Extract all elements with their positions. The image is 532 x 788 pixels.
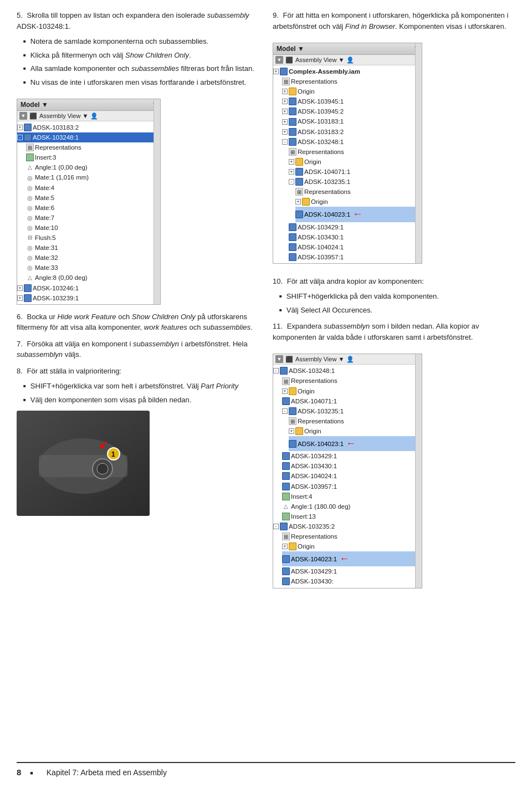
tree-item[interactable]: ADSK-103429:1 <box>282 451 422 461</box>
expand-icon[interactable]: + <box>282 119 288 125</box>
tree-item[interactable]: ◎ Mate:4 <box>26 183 160 193</box>
tree-item[interactable]: Insert:13 <box>282 511 422 521</box>
tree-item[interactable]: + ADSK-103183:1 <box>282 116 422 126</box>
tree-item[interactable]: Insert:4 <box>282 492 422 502</box>
tree-item[interactable]: ADSK-103957:1 <box>289 252 422 262</box>
folder-icon <box>289 88 296 95</box>
expand-icon[interactable]: + <box>289 169 294 175</box>
expand-icon[interactable]: + <box>282 388 288 394</box>
tree-item[interactable]: ◎ Mate:5 <box>26 193 160 203</box>
tree-item[interactable]: ADSK-103430:1 <box>289 232 422 242</box>
expand-icon[interactable]: - <box>273 368 279 373</box>
filter-icon[interactable]: ▼ <box>275 56 283 64</box>
expand-icon[interactable]: + <box>282 544 288 549</box>
tree-item[interactable]: ◎ Mate:33 <box>26 263 160 273</box>
tree-item[interactable]: ◎ Mate:1 (1,016 mm) <box>26 172 160 182</box>
step-8-num: 8. <box>17 367 23 375</box>
scrollbar[interactable] <box>154 99 160 304</box>
tree-item[interactable]: + Complex-Assembly.iam <box>273 66 422 76</box>
part-icon <box>24 134 32 141</box>
model-tree-bottom: - ADSK-103248:1 ⊞ Representations + Orig… <box>273 365 422 587</box>
tree-item[interactable]: ⊞ Representations <box>26 142 160 152</box>
expand-icon[interactable]: + <box>289 159 294 165</box>
expand-icon[interactable]: + <box>282 99 288 104</box>
tree-item[interactable]: ADSK-103429:1 <box>282 566 422 576</box>
tree-item[interactable]: + Origin <box>289 426 422 436</box>
model-panel-left-wrapper: Model ▼ ? ▼ ⬛ Assembly View ▼ 👤 + <box>17 93 161 311</box>
expand-icon[interactable]: + <box>273 69 279 74</box>
expand-icon[interactable]: + <box>289 428 294 434</box>
part-icon <box>289 118 296 126</box>
tree-item[interactable]: + Origin <box>289 157 422 167</box>
tree-item[interactable]: ADSK-104071:1 <box>282 396 422 406</box>
tree-item[interactable]: ◎ Mate:10 <box>26 223 160 233</box>
tree-item-selected[interactable]: - ADSK-103248:1 <box>17 132 160 142</box>
bullet-item: Välj Select All Occurences. <box>279 305 515 316</box>
tree-item[interactable]: ADSK-103430:1 <box>282 461 422 471</box>
tree-item-highlighted[interactable]: ADSK-104023:1 ← <box>289 436 422 451</box>
tree-item[interactable]: + Origin <box>282 86 422 96</box>
tree-item[interactable]: + Origin <box>282 541 422 551</box>
tree-item[interactable]: ◎ Mate:31 <box>26 243 160 253</box>
tree-item[interactable]: + Origin <box>282 386 422 396</box>
tree-item[interactable]: - ADSK-103235:1 <box>289 177 422 187</box>
expand-icon[interactable]: + <box>282 109 288 114</box>
expand-icon[interactable]: - <box>273 524 279 529</box>
step-6-block: 6. Bocka ur Hide work Feature och Show C… <box>17 311 259 333</box>
bullet-item: Alla samlade komponenter och subassembli… <box>23 63 259 74</box>
tree-item[interactable]: + ADSK-103246:1 <box>17 283 160 293</box>
tree-item[interactable]: ⊞ Representations <box>282 376 422 386</box>
tree-item[interactable]: ⊞ Representations <box>282 76 422 86</box>
tree-item[interactable]: + Origin <box>295 197 422 207</box>
tree-item[interactable]: ADSK-104024:1 <box>289 242 422 252</box>
tree-item[interactable]: ⊟ Flush:5 <box>26 233 160 243</box>
expand-icon[interactable]: + <box>17 295 23 301</box>
expand-icon[interactable]: + <box>295 199 301 204</box>
tree-item[interactable]: - ADSK-103248:1 <box>273 366 422 376</box>
tree-item[interactable]: - ADSK-103235:2 <box>273 521 422 531</box>
tree-item[interactable]: △ Angle:1 (0,00 deg) <box>26 162 160 172</box>
tree-item[interactable]: + ADSK-103239:1 <box>17 293 160 303</box>
part-icon <box>280 523 288 530</box>
tree-item-highlighted[interactable]: ADSK-104023:1 ← <box>295 207 422 222</box>
tree-item[interactable]: ⊞ Representations <box>289 416 422 426</box>
tree-item[interactable]: ◎ Mate:7 <box>26 213 160 223</box>
tree-item[interactable]: ⊞ Representations <box>295 187 422 197</box>
expand-icon[interactable]: - <box>282 408 288 414</box>
filter-icon[interactable]: ▼ <box>275 355 283 363</box>
expand-icon[interactable]: - <box>282 139 288 145</box>
step-9-text: 9. För att hitta en komponent i utforska… <box>273 10 515 32</box>
tree-item[interactable]: ⊞ Representations <box>282 531 422 541</box>
tree-item[interactable]: ADSK-103430: <box>282 576 422 586</box>
tree-item-highlighted[interactable]: ADSK-104023:1 ← <box>282 551 422 566</box>
filter-icon[interactable]: ▼ <box>19 112 27 120</box>
tree-item[interactable]: + ADSK-103945:2 <box>282 106 422 116</box>
tree-item[interactable]: △ Angle:1 (180.00 deg) <box>282 502 422 511</box>
tree-item[interactable]: ADSK-103957:1 <box>282 482 422 492</box>
tree-item[interactable]: ⊞ Representations <box>289 147 422 157</box>
tree-item[interactable]: ◎ Mate:6 <box>26 203 160 213</box>
tree-item[interactable]: ◎ Mate:32 <box>26 253 160 263</box>
part-icon <box>289 253 296 261</box>
tree-item[interactable]: ADSK-103429:1 <box>289 222 422 232</box>
step-8-bullets: SHIFT+högerklicka var som helt i arbetsf… <box>23 381 259 405</box>
expand-icon[interactable]: - <box>17 135 23 140</box>
tree-item[interactable]: ADSK-104024:1 <box>282 471 422 481</box>
expand-icon[interactable]: - <box>289 179 294 185</box>
scrollbar[interactable] <box>415 354 422 587</box>
expand-icon[interactable]: + <box>17 285 23 291</box>
tree-item[interactable]: + ADSK-104071:1 <box>289 167 422 177</box>
expand-icon[interactable]: + <box>17 125 23 130</box>
tree-item[interactable]: - ADSK-103248:1 <box>282 137 422 147</box>
mate-icon: ◎ <box>26 214 34 222</box>
expand-icon[interactable]: + <box>282 89 288 94</box>
scrollbar[interactable] <box>415 43 422 263</box>
tree-item[interactable]: + ADSK-103183:2 <box>282 127 422 137</box>
expand-icon[interactable]: + <box>282 129 288 135</box>
tree-item[interactable]: + ADSK-103945:1 <box>282 96 422 106</box>
tree-item[interactable]: - ADSK-103235:1 <box>282 406 422 416</box>
bullet-item: Notera de samlade komponenterna och suba… <box>23 36 259 47</box>
tree-item[interactable]: + ADSK-103183:2 <box>17 122 160 132</box>
tree-item[interactable]: Insert:3 <box>26 152 160 162</box>
tree-item[interactable]: △ Angle:8 (0,00 deg) <box>26 273 160 283</box>
